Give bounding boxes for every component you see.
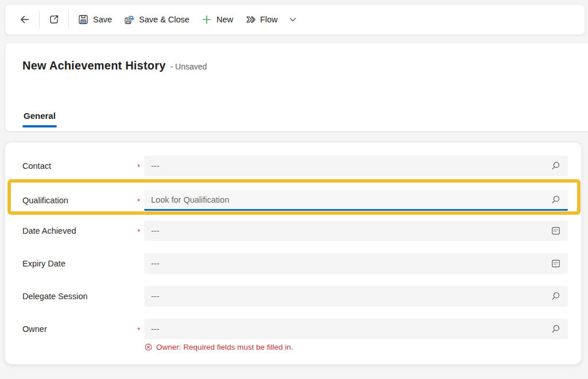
owner-validation-error: Owner: Required fields must be filled in… bbox=[144, 343, 293, 351]
field-row-expiry-date: Expiry Date --- bbox=[22, 253, 568, 274]
search-icon[interactable] bbox=[551, 161, 561, 171]
tab-general-label: General bbox=[24, 111, 56, 121]
required-asterisk: * bbox=[137, 161, 144, 171]
general-form-section: Contact * --- Qualification * Look for Q… bbox=[5, 142, 582, 365]
active-tab-underline bbox=[22, 125, 57, 127]
save-button[interactable]: Save bbox=[72, 9, 118, 30]
page-title: New Achievement History bbox=[22, 59, 166, 72]
field-value: --- bbox=[151, 292, 160, 301]
error-circled-x-icon bbox=[144, 343, 153, 351]
search-icon[interactable] bbox=[551, 195, 561, 205]
tab-strip: General bbox=[22, 106, 57, 127]
save-and-close-button-label: Save & Close bbox=[139, 15, 189, 24]
field-label: Owner bbox=[22, 324, 137, 334]
field-label: Expiry Date bbox=[22, 259, 137, 268]
new-button[interactable]: New bbox=[195, 9, 239, 30]
field-row-date-achieved: Date Achieved * --- bbox=[22, 221, 568, 241]
field-value: --- bbox=[151, 324, 160, 334]
popout-button[interactable] bbox=[42, 9, 65, 30]
save-floppy-icon bbox=[78, 14, 89, 25]
field-row-qualification: Qualification * Look for Qualification bbox=[22, 190, 568, 211]
chevron-down-icon bbox=[287, 14, 299, 25]
record-header-card: New Achievement History - Unsaved Genera… bbox=[5, 42, 588, 132]
field-placeholder: Look for Qualification bbox=[151, 195, 229, 204]
toolbar-divider bbox=[39, 11, 40, 28]
save-button-label: Save bbox=[93, 15, 112, 24]
open-in-new-window-icon bbox=[48, 14, 60, 25]
expiry-date-input[interactable]: --- bbox=[144, 253, 568, 274]
back-button[interactable] bbox=[13, 9, 36, 30]
field-label: Qualification bbox=[22, 196, 137, 205]
contact-lookup-input[interactable]: --- bbox=[144, 156, 568, 176]
arrow-left-icon bbox=[19, 14, 30, 25]
save-and-close-button[interactable]: Save & Close bbox=[118, 9, 195, 30]
command-bar: Save Save & Close New Flow bbox=[5, 4, 585, 35]
qualification-lookup-input[interactable]: Look for Qualification bbox=[144, 190, 568, 211]
flow-button-label: Flow bbox=[260, 15, 278, 24]
record-title-line: New Achievement History - Unsaved bbox=[22, 59, 588, 72]
field-label: Date Achieved bbox=[22, 226, 137, 235]
flow-icon bbox=[245, 14, 256, 25]
date-achieved-input[interactable]: --- bbox=[144, 221, 568, 241]
new-button-label: New bbox=[216, 15, 233, 24]
search-icon[interactable] bbox=[551, 291, 561, 301]
required-asterisk: * bbox=[137, 324, 144, 334]
unsaved-status: - Unsaved bbox=[171, 62, 207, 71]
calendar-icon[interactable] bbox=[551, 258, 561, 269]
plus-icon bbox=[201, 14, 212, 25]
flow-button[interactable]: Flow bbox=[239, 9, 284, 30]
flow-dropdown-chevron[interactable] bbox=[284, 9, 302, 30]
field-label: Contact bbox=[22, 161, 137, 171]
required-asterisk: * bbox=[137, 226, 144, 236]
toolbar-divider bbox=[68, 11, 69, 28]
error-message-text: Owner: Required fields must be filled in… bbox=[156, 343, 293, 351]
calendar-icon[interactable] bbox=[551, 226, 561, 236]
tab-general[interactable]: General bbox=[22, 106, 57, 127]
required-asterisk bbox=[137, 263, 144, 264]
field-row-contact: Contact * --- bbox=[22, 156, 568, 176]
required-asterisk: * bbox=[137, 196, 144, 206]
field-value: --- bbox=[151, 161, 160, 171]
field-label: Delegate Session bbox=[22, 292, 137, 301]
search-icon[interactable] bbox=[551, 324, 561, 334]
save-and-close-icon bbox=[123, 14, 135, 25]
field-row-owner: Owner * --- bbox=[22, 319, 568, 339]
delegate-session-lookup-input[interactable]: --- bbox=[144, 286, 568, 307]
required-asterisk bbox=[137, 296, 144, 297]
field-value: --- bbox=[151, 259, 160, 268]
field-row-delegate-session: Delegate Session --- bbox=[22, 286, 568, 307]
owner-lookup-input[interactable]: --- bbox=[144, 319, 568, 339]
field-value: --- bbox=[151, 226, 160, 235]
